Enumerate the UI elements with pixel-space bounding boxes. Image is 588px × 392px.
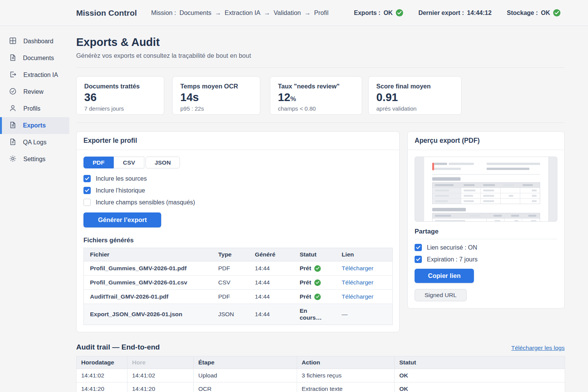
file-generated: 14:44 — [249, 290, 294, 304]
status-last-export-label: Dernier export : — [418, 10, 464, 16]
download-link[interactable]: Télécharger — [342, 293, 374, 300]
user-icon — [9, 104, 17, 114]
option-include-history[interactable]: Inclure l’historique — [83, 187, 392, 194]
audit-action: 3 fichiers reçus — [297, 369, 395, 382]
audit-step: OCR — [194, 382, 297, 392]
breadcrumb-step-documents[interactable]: Documents — [180, 9, 211, 16]
status-last-export-value: 14:44:12 — [467, 10, 492, 16]
audit-step: Upload — [194, 369, 297, 382]
signed-url-button[interactable]: Signed URL — [415, 289, 467, 301]
col-statut: Statut — [395, 356, 565, 369]
file-status: Prét — [294, 261, 336, 276]
download-link[interactable]: Télécharger — [342, 279, 374, 286]
stat-title: Documents trattés — [84, 83, 156, 90]
sidebar-item-qa-logs[interactable]: QA Logs — [0, 134, 69, 151]
gear-icon — [9, 155, 17, 164]
option-include-sources[interactable]: Inclure les sources — [83, 175, 392, 182]
checkbox-checked-icon[interactable] — [415, 244, 422, 251]
stat-card-temps-ocr: Temps moyen OCR 14s p95 : 22s — [172, 76, 260, 115]
document-icon — [9, 54, 16, 63]
download-logs-link[interactable]: Télécharger les logs — [511, 345, 565, 351]
file-generated: 14:44 — [249, 276, 294, 290]
file-link-cell: Télécharger — [336, 290, 393, 304]
document-icon — [9, 121, 16, 131]
status-storage-label: Stockage : — [507, 10, 538, 16]
option-secure-link[interactable]: Lien securisé : ON — [415, 244, 557, 251]
option-label: Inclure l’historique — [96, 187, 145, 194]
table-row: 14:41:02 14:41:02 Upload 3 fichiers reçu… — [77, 369, 565, 382]
breadcrumb-mission-label: Mission : — [151, 9, 176, 16]
generated-files-table: Fichier Type Généré Statut Lien Profil_G… — [83, 248, 393, 325]
sidebar-item-review[interactable]: Review — [0, 83, 69, 100]
sidebar-item-documents[interactable]: Documents — [0, 50, 69, 67]
stat-title: Temps moyen OCR — [180, 83, 252, 90]
sidebar-item-profils[interactable]: Profils — [0, 100, 69, 117]
file-link-cell: Télécharger — [336, 261, 393, 276]
file-type: JSON — [212, 304, 249, 325]
arrow-icon: → — [264, 9, 270, 16]
pdf-preview-thumbnail — [415, 157, 557, 222]
generate-export-button[interactable]: Générer l’export — [83, 212, 161, 227]
breadcrumb: Mission : Documents → Extraction IA → Va… — [151, 9, 328, 16]
stat-value: 36 — [84, 91, 156, 104]
preview-panel: Aperçu export (PDF) — [407, 131, 565, 309]
option-include-sensitive[interactable]: Inclure champs sensibles (masqués) — [83, 199, 392, 206]
breadcrumb-step-profil[interactable]: Profil — [314, 9, 329, 16]
stat-note: 7 derniers jours — [84, 105, 156, 112]
file-name: AuditTrail_GMV-2026-01.pdf — [84, 290, 212, 304]
audit-time-2: 14:41:20 — [127, 382, 194, 392]
option-expiration[interactable]: Expiration : 7 jours — [415, 256, 557, 263]
stat-note: champs < 0.80 — [278, 105, 354, 112]
checkbox-checked-icon[interactable] — [83, 187, 91, 194]
sidebar-item-dashboard[interactable]: Dashboard — [0, 33, 69, 50]
file-type: PDF — [212, 261, 249, 276]
format-csv-button[interactable]: CSV — [114, 157, 144, 168]
sidebar-item-label: Review — [23, 88, 43, 95]
checkbox-checked-icon[interactable] — [415, 256, 422, 263]
checkbox-unchecked-icon[interactable] — [83, 199, 91, 206]
option-label: Lien securisé : ON — [427, 244, 477, 251]
table-row: AuditTrail_GMV-2026-01.pdf PDF 14:44 Pré… — [84, 290, 393, 304]
stat-card-taux-review: Taux "needs review" 12% champs < 0.80 — [270, 76, 362, 115]
col-lien: Lien — [336, 248, 393, 261]
file-status: Prét — [294, 276, 336, 290]
option-label: Inclure les sources — [96, 175, 147, 182]
copy-link-button[interactable]: Copier lien — [415, 269, 474, 283]
sidebar-item-label: Exports — [23, 122, 46, 129]
arrow-icon: → — [304, 9, 311, 16]
sidebar-item-exports[interactable]: Exports — [0, 117, 69, 134]
file-link-cell: Télécharger — [336, 276, 393, 290]
app-header: Mission Control Mission : Documents → Ex… — [0, 0, 588, 26]
option-label: Inclure champs sensibles (masqués) — [96, 199, 195, 206]
preview-panel-body: Partage Lien securisé : ON Expiration : … — [408, 150, 564, 308]
preview-section-bar — [432, 177, 461, 181]
audit-status: OK — [395, 369, 565, 382]
dashboard-grid-icon — [9, 37, 17, 46]
preview-panel-title: Aperçu export (PDF) — [408, 132, 564, 150]
file-name: Export_JSON_GMV-2026-01.json — [84, 304, 212, 325]
export-arrow-icon — [9, 70, 17, 80]
stat-unit: % — [290, 95, 296, 103]
col-horodatage: Horodatage — [77, 356, 127, 369]
stats-row: Documents trattés 36 7 derniers jours Te… — [76, 76, 565, 115]
sidebar-item-settings[interactable]: Settings — [0, 151, 69, 168]
sidebar: Dashboard Documents Extraction IA Review… — [0, 26, 69, 168]
panels-row: Exporter le profil PDF CSV JSON Inclure … — [76, 131, 565, 332]
col-etape: Étape — [194, 356, 297, 369]
table-row: Profil_Gummies_GMV-2026-01.csv CSV 14:44… — [84, 276, 393, 290]
format-pdf-button[interactable]: PDF — [83, 157, 114, 168]
export-panel-body: PDF CSV JSON Inclure les sources Inclure… — [77, 150, 399, 332]
stat-note: p95 : 22s — [180, 105, 252, 112]
format-json-button[interactable]: JSON — [145, 157, 180, 168]
breadcrumb-step-validation[interactable]: Validation — [274, 9, 301, 16]
checkbox-checked-icon[interactable] — [83, 175, 91, 182]
breadcrumb-step-extraction[interactable]: Extraction IA — [225, 9, 261, 16]
export-panel-title: Exporter le profil — [77, 132, 399, 150]
pdf-preview-page — [424, 157, 548, 221]
check-circle-icon — [314, 279, 321, 286]
col-statut: Statut — [294, 248, 336, 261]
sidebar-item-extraction-ia[interactable]: Extraction IA — [0, 67, 69, 83]
download-link[interactable]: Télécharger — [342, 265, 374, 271]
status-exports-label: Exports : — [354, 10, 381, 16]
stat-value: 12% — [278, 91, 354, 104]
